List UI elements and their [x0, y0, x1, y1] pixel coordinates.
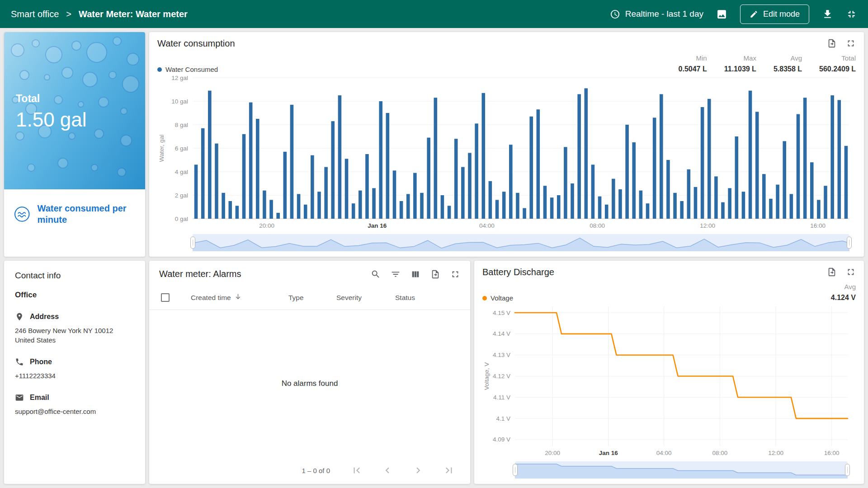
email-icon	[15, 393, 24, 402]
created-time-label: Created time	[191, 294, 231, 302]
download-dashboard-button[interactable]	[822, 9, 833, 20]
top-bar: Smart office > Water Meter: Water meter …	[0, 0, 868, 28]
water-consumption-card: Water consumption Water Consumed Min0.50…	[149, 32, 864, 257]
navigator-left-handle[interactable]	[513, 464, 518, 476]
edit-mode-button[interactable]: Edit mode	[740, 5, 809, 24]
fullscreen-icon[interactable]	[846, 38, 856, 48]
address-label: Address	[30, 313, 59, 321]
select-all-checkbox[interactable]	[161, 293, 170, 302]
min-label: Min	[696, 54, 707, 62]
legend-dot	[482, 296, 487, 300]
avg-label: Avg	[844, 283, 856, 291]
svg-text:12:00: 12:00	[700, 222, 715, 229]
water-chart-title: Water consumption	[157, 38, 235, 49]
svg-text:16:00: 16:00	[810, 222, 826, 229]
total-consumption-card: Total 1.50 gal Water consumed per minute	[4, 32, 145, 257]
svg-text:8 gal: 8 gal	[175, 122, 188, 128]
contact-org: Office	[15, 291, 134, 300]
search-icon[interactable]	[371, 269, 381, 279]
breadcrumb-current: Water Meter: Water meter	[79, 9, 188, 19]
dashboard-grid: Total 1.50 gal Water consumed per minute…	[0, 28, 868, 488]
alarms-title: Water meter: Alarms	[159, 269, 241, 279]
svg-text:4.13 V: 4.13 V	[493, 352, 510, 358]
svg-text:4.09 V: 4.09 V	[493, 436, 510, 443]
page-range-label: 1 – 0 of 0	[302, 467, 330, 474]
water-bar-chart: 0 gal2 gal4 gal6 gal8 gal10 gal12 gal20:…	[157, 73, 856, 230]
svg-text:Jan 16: Jan 16	[368, 222, 387, 229]
legend-label: Water Consumed	[165, 66, 218, 73]
svg-text:4.11 V: 4.11 V	[493, 394, 510, 401]
fullscreen-icon[interactable]	[846, 267, 856, 277]
max-label: Max	[744, 54, 756, 62]
next-page-icon[interactable]	[412, 465, 424, 476]
no-alarms-message: No alarms found	[149, 310, 470, 457]
battery-chart-navigator[interactable]	[515, 461, 848, 479]
edit-mode-label: Edit mode	[763, 9, 800, 19]
water-chart-navigator[interactable]	[193, 234, 849, 251]
svg-text:04:00: 04:00	[479, 222, 495, 229]
navigator-right-handle[interactable]	[847, 237, 852, 249]
battery-stats: Avg4.124 V	[831, 283, 856, 302]
water-photo: Total 1.50 gal	[4, 32, 145, 189]
battery-line-chart: 4.09 V4.1 V4.11 V4.12 V4.13 V4.14 V4.15 …	[482, 302, 856, 458]
exit-fullscreen-icon	[846, 9, 857, 20]
phone-icon	[15, 357, 24, 366]
alarms-table-header: Created time Type Severity Status	[149, 286, 470, 310]
export-data-icon[interactable]	[827, 38, 837, 48]
svg-text:12:00: 12:00	[768, 450, 783, 456]
svg-text:4.15 V: 4.15 V	[493, 310, 510, 316]
sort-desc-icon	[234, 293, 242, 302]
previous-page-icon[interactable]	[382, 465, 393, 476]
column-status[interactable]: Status	[395, 294, 440, 302]
svg-text:Voltage, V: Voltage, V	[483, 362, 490, 390]
fullscreen-icon[interactable]	[450, 269, 460, 279]
avg-value: 4.124 V	[831, 294, 856, 302]
columns-icon[interactable]	[410, 269, 420, 279]
svg-text:4.1 V: 4.1 V	[496, 415, 510, 422]
pencil-icon	[750, 10, 758, 19]
column-created-time[interactable]: Created time	[191, 293, 288, 302]
water-stats: Min0.5047 L Max11.1039 L Avg5.8358 L Tot…	[679, 54, 856, 73]
svg-text:04:00: 04:00	[656, 450, 672, 456]
navigator-right-handle[interactable]	[845, 464, 850, 476]
last-page-icon[interactable]	[443, 465, 455, 476]
battery-chart-title: Battery Discharge	[482, 267, 554, 277]
address-line2: United States	[15, 335, 134, 345]
timewindow-button[interactable]: Realtime - last 1 day	[610, 9, 703, 19]
breadcrumb-root[interactable]: Smart office	[11, 9, 59, 19]
column-severity[interactable]: Severity	[336, 294, 395, 302]
svg-text:12 gal: 12 gal	[171, 75, 188, 81]
contact-info-card: Contact info Office Address 246 Bowery N…	[4, 261, 145, 484]
download-icon	[822, 9, 833, 20]
export-data-icon[interactable]	[430, 269, 440, 279]
column-type[interactable]: Type	[288, 294, 336, 302]
legend-dot	[157, 67, 162, 72]
contact-title: Contact info	[15, 271, 134, 281]
phone-value: +1112223334	[15, 371, 134, 380]
navigator-left-handle[interactable]	[190, 237, 195, 249]
water-legend-item[interactable]: Water Consumed	[157, 66, 218, 73]
first-page-icon[interactable]	[351, 465, 363, 476]
svg-text:16:00: 16:00	[824, 450, 840, 456]
filter-icon[interactable]	[391, 269, 401, 279]
svg-text:Water, gal: Water, gal	[158, 135, 165, 162]
water-per-minute-link[interactable]: Water consumed per minute	[4, 189, 145, 239]
svg-text:08:00: 08:00	[590, 222, 605, 229]
svg-text:Jan 16: Jan 16	[599, 450, 618, 456]
dashboard-image-button[interactable]	[716, 9, 727, 20]
address-line1: 246 Bowery New York NY 10012	[15, 326, 134, 335]
svg-text:4.14 V: 4.14 V	[493, 330, 510, 337]
svg-text:0 gal: 0 gal	[175, 216, 188, 222]
min-value: 0.5047 L	[679, 65, 707, 73]
svg-text:4 gal: 4 gal	[175, 169, 188, 175]
breadcrumb-separator-icon: >	[66, 9, 71, 19]
svg-text:2 gal: 2 gal	[175, 192, 188, 199]
water-consumption-icon	[14, 204, 30, 224]
exit-fullscreen-button[interactable]	[846, 9, 857, 20]
export-data-icon[interactable]	[827, 267, 837, 277]
total-label: Total	[16, 93, 87, 105]
water-per-minute-label: Water consumed per minute	[38, 203, 135, 225]
voltage-legend-item[interactable]: Voltage	[482, 294, 513, 302]
avg-value: 5.8358 L	[774, 65, 802, 73]
timewindow-label: Realtime - last 1 day	[625, 9, 703, 19]
